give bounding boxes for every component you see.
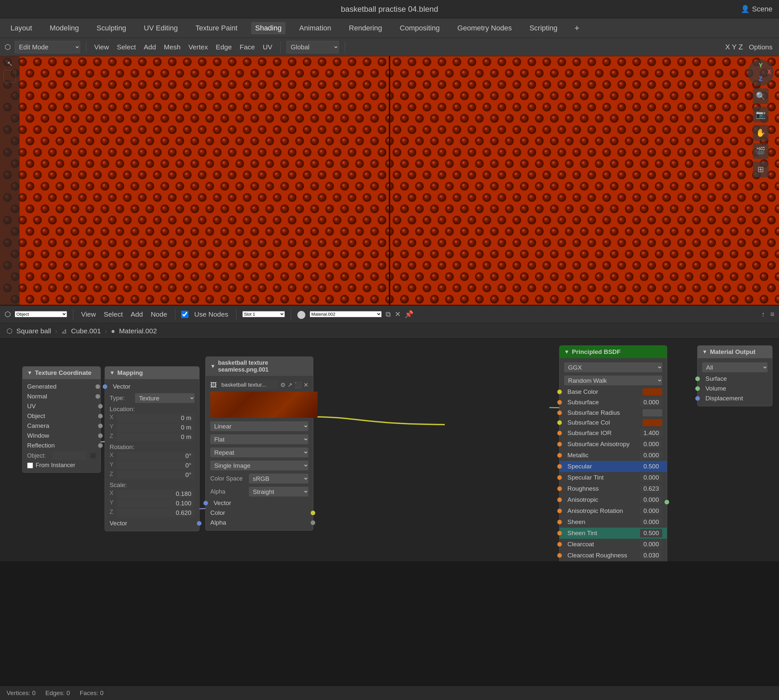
bsdf-sub-aniso-socket[interactable] (557, 442, 562, 447)
image-tex-color-socket[interactable] (311, 511, 315, 515)
mapping-vector-output-socket[interactable] (197, 521, 201, 526)
mesh-menu[interactable]: Mesh (162, 43, 183, 51)
colorspace-select[interactable]: sRGB (249, 473, 308, 483)
bsdf-sub-ior-socket[interactable] (557, 431, 562, 435)
mapping-collapse[interactable]: ▼ (110, 370, 115, 376)
zoom-to-fit-button[interactable]: 🔍 (753, 88, 769, 104)
tc-window-socket[interactable] (98, 433, 103, 438)
add-menu[interactable]: Add (142, 43, 158, 51)
bsdf-specular-tint-socket[interactable] (557, 475, 562, 480)
bsdf-specular-socket[interactable] (557, 464, 562, 469)
image-name-field[interactable]: basketball textur... (219, 380, 278, 390)
render-preview-button[interactable]: 🎬 (753, 143, 769, 159)
add-workspace-button[interactable]: + (574, 23, 579, 33)
bsdf-anisotropic-val[interactable]: 0.000 (640, 495, 662, 504)
bsdf-metallic-socket[interactable] (557, 453, 562, 458)
menu-uv-editing[interactable]: UV Editing (140, 22, 182, 34)
menu-rendering[interactable]: Rendering (345, 22, 386, 34)
extension-select[interactable]: Repeat (210, 447, 308, 457)
bsdf-roughness-val[interactable]: 0.623 (640, 485, 662, 493)
bsdf-clearcoat-val[interactable]: 0.000 (640, 540, 662, 548)
node-editor[interactable]: ▼ Texture Coordinate Generated Normal UV… (0, 339, 779, 561)
orientation-gizmo[interactable]: Y X Z (747, 60, 774, 86)
alpha-select[interactable]: Straight (249, 487, 308, 497)
slot-select[interactable]: Slot 1 (242, 311, 285, 317)
loc-x-field[interactable]: 0 m (117, 414, 195, 422)
copy-material-button[interactable]: ⧉ (386, 310, 391, 318)
output-volume-socket[interactable] (695, 386, 700, 391)
bsdf-base-color-swatch[interactable] (643, 388, 662, 395)
bsdf-clearcoat-rough-socket[interactable] (557, 553, 562, 558)
bsdf-subsurface-select[interactable]: Random Walk (564, 375, 662, 385)
menu-animation[interactable]: Animation (295, 22, 335, 34)
bsdf-base-color-socket[interactable] (557, 390, 562, 394)
bsdf-collapse[interactable]: ▼ (564, 349, 569, 355)
tc-camera-socket[interactable] (98, 423, 103, 428)
breadcrumb-item3[interactable]: Material.002 (119, 327, 157, 335)
image-tex-alpha-socket[interactable] (311, 520, 315, 525)
tc-normal-socket[interactable] (95, 394, 100, 399)
use-nodes-checkbox[interactable] (181, 311, 188, 318)
menu-texture-paint[interactable]: Texture Paint (191, 22, 241, 34)
transform-select[interactable]: Global (286, 41, 339, 53)
node-view-options[interactable]: ≡ (770, 310, 774, 318)
breadcrumb-item2[interactable]: Cube.001 (71, 327, 101, 335)
loc-z-field[interactable]: 0 m (117, 433, 195, 441)
source-select[interactable]: Single Image (210, 460, 308, 470)
node-view-menu[interactable]: View (79, 310, 98, 318)
bsdf-subsurface-col-swatch[interactable] (643, 419, 662, 426)
tc-generated-socket[interactable] (95, 384, 100, 389)
mode-select[interactable]: Edit Mode (15, 41, 80, 53)
bsdf-specular-tint-val[interactable]: 0.000 (640, 473, 662, 482)
image-tex-vector-socket[interactable] (203, 501, 208, 505)
rot-x-field[interactable]: 0° (117, 452, 195, 460)
node-context-select[interactable]: Object (15, 311, 67, 317)
bsdf-specular-val[interactable]: 0.500 (640, 462, 662, 471)
bsdf-clearcoat-rough-val[interactable]: 0.030 (640, 551, 662, 560)
breadcrumb-item1[interactable]: Square ball (17, 327, 51, 335)
bsdf-sub-aniso-val[interactable]: 0.000 (640, 440, 662, 448)
mapping-vector-input-socket[interactable] (103, 384, 107, 389)
pin-material-button[interactable]: 📌 (404, 310, 413, 318)
menu-modeling[interactable]: Modeling (46, 22, 83, 34)
menu-scripting[interactable]: Scripting (526, 22, 561, 34)
scale-y-field[interactable]: 0.100 (117, 499, 195, 508)
tc-object-socket[interactable] (98, 414, 103, 418)
tc-uv-socket[interactable] (98, 404, 103, 408)
viewport[interactable]: Y X Z 🔍 📷 ✋ 🎬 ⊞ ↖ (0, 56, 779, 305)
node-add-menu[interactable]: Add (129, 310, 145, 318)
tc-reflection-socket[interactable] (98, 443, 103, 448)
select-tool[interactable]: ↖ (7, 60, 13, 68)
bsdf-sheen-val[interactable]: 0.000 (640, 518, 662, 526)
bsdf-aniso-rot-socket[interactable] (557, 508, 562, 513)
uv-menu[interactable]: UV (261, 43, 275, 51)
bsdf-subsurface-val[interactable]: 0.000 (640, 398, 662, 407)
projection-select[interactable]: Flat (210, 434, 308, 444)
select-menu[interactable]: Select (115, 43, 138, 51)
menu-shading[interactable]: Shading (251, 22, 286, 34)
bsdf-subsurface-col-socket[interactable] (557, 420, 562, 425)
bsdf-subsurface-radius-bar[interactable] (643, 409, 662, 417)
bsdf-aniso-rot-val[interactable]: 0.000 (640, 507, 662, 515)
bsdf-sub-ior-val[interactable]: 1.400 (640, 429, 662, 437)
tc-from-instancer-cb[interactable] (27, 463, 33, 468)
face-menu[interactable]: Face (238, 43, 257, 51)
bsdf-subsurface-radius-socket[interactable] (557, 410, 562, 415)
camera-button[interactable]: 📷 (753, 107, 769, 122)
bsdf-sheen-tint-val[interactable]: 0.500 (640, 529, 662, 537)
bsdf-anisotropic-socket[interactable] (557, 498, 562, 502)
menu-sculpting[interactable]: Sculpting (93, 22, 130, 34)
menu-geometry-nodes[interactable]: Geometry Nodes (454, 22, 516, 34)
bsdf-metallic-val[interactable]: 0.000 (640, 451, 662, 460)
material-select[interactable]: Material.002 (310, 311, 382, 317)
bsdf-subsurface-socket[interactable] (557, 400, 562, 405)
rot-y-field[interactable]: 0° (117, 461, 195, 470)
bsdf-sheen-socket[interactable] (557, 520, 562, 524)
scale-x-field[interactable]: 0.180 (117, 490, 195, 498)
loc-y-field[interactable]: 0 m (117, 423, 195, 432)
image-tools-icon3[interactable]: ⬛ (294, 382, 301, 388)
delete-material-button[interactable]: ✕ (395, 310, 401, 318)
node-select-menu[interactable]: Select (102, 310, 125, 318)
box-select-tool[interactable] (3, 70, 16, 82)
bsdf-sheen-tint-socket[interactable] (557, 531, 562, 535)
